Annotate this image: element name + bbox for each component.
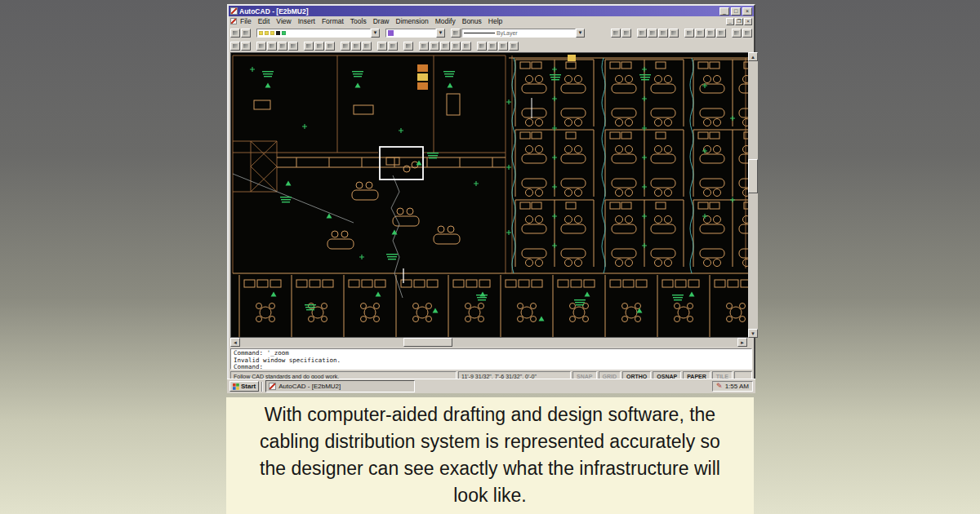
color-swatch (388, 30, 394, 36)
toolbar-button[interactable] (706, 29, 715, 38)
linetype-label: ByLayer (497, 30, 518, 36)
close-icon[interactable]: × (742, 7, 752, 16)
vertical-scroll-thumb[interactable] (748, 159, 758, 193)
toolbar-button[interactable] (325, 42, 335, 51)
toolbar-button[interactable] (341, 42, 350, 51)
toolbar-button[interactable] (742, 29, 752, 38)
scroll-up-icon[interactable]: ▲ (748, 52, 758, 61)
toolbar-button[interactable] (278, 42, 287, 51)
toolbar-button[interactable] (430, 42, 439, 51)
toolbar-button[interactable] (403, 42, 413, 51)
autocad-app-icon (230, 7, 238, 15)
layers-icon[interactable] (241, 29, 251, 38)
scroll-left-icon[interactable]: ◄ (230, 338, 240, 347)
title-bar: AutoCAD - [E2bMU2] _ □ × (229, 6, 754, 16)
toolbar-button[interactable] (611, 29, 621, 38)
toolbar-button[interactable] (351, 42, 361, 51)
toolbar-button[interactable] (388, 42, 398, 51)
toolbar-button[interactable] (716, 29, 726, 38)
layer-state-dot (270, 31, 274, 35)
toolbar-button[interactable] (498, 42, 508, 51)
toolbar-button[interactable] (695, 29, 705, 38)
toolbar-button[interactable] (658, 29, 668, 38)
toolbar-button[interactable] (637, 29, 647, 38)
caption-line: With computer-aided drafting and design … (226, 401, 754, 428)
autocad-screenshot: AutoCAD - [E2bMU2] _ □ × FileEditViewIns… (227, 4, 755, 384)
command-line-text: Invalid window specification. (234, 357, 749, 365)
toolbar-button[interactable] (288, 42, 298, 51)
toolbar-button[interactable] (377, 42, 387, 51)
vertical-scrollbar[interactable]: ▲ ▼ (748, 52, 758, 338)
menu-item[interactable]: Draw (370, 17, 393, 25)
windows-taskbar: Start AutoCAD - [E2bMU2] ✎ 1:55 AM (227, 379, 755, 393)
command-line-window[interactable]: Command: '_zoomInvalid window specificat… (230, 348, 752, 370)
horizontal-scroll-thumb[interactable] (403, 338, 452, 347)
toolbar-button[interactable] (362, 42, 372, 51)
drawing-canvas[interactable] (230, 52, 748, 338)
toolbar-button[interactable] (267, 42, 277, 51)
layer-dropdown[interactable]: ▼ (256, 29, 380, 38)
scroll-down-icon[interactable]: ▼ (748, 329, 758, 338)
standard-toolbar-buttons (611, 29, 752, 38)
taskbar-divider (261, 382, 263, 392)
document-icon (230, 18, 237, 24)
toolbar-button[interactable] (477, 42, 487, 51)
menu-item[interactable]: Help (485, 17, 506, 25)
menu-item[interactable]: Bonus (459, 17, 485, 25)
child-restore-icon[interactable]: ❐ (735, 18, 743, 25)
autocad-window: AutoCAD - [E2bMU2] _ □ × FileEditViewIns… (227, 4, 755, 384)
object-properties-toolbar: ▼ ▼ ByLayer ▼ (229, 26, 754, 39)
layer-state-dots (256, 29, 371, 38)
menu-item[interactable]: View (273, 17, 294, 25)
toolbar-button[interactable] (314, 42, 324, 51)
minimize-icon[interactable]: _ (719, 7, 729, 16)
toolbar-button[interactable] (419, 42, 429, 51)
menu-item[interactable]: Tools (347, 17, 370, 25)
layer-state-dot (276, 31, 280, 35)
start-button[interactable]: Start (229, 381, 259, 392)
caption-line: look like. (226, 482, 754, 509)
toolbar-button[interactable] (732, 29, 742, 38)
toolbar-button[interactable] (669, 29, 679, 38)
linetype-dropdown[interactable]: ByLayer ▼ (461, 29, 585, 38)
toolbar-button[interactable] (461, 42, 471, 51)
menu-item[interactable]: Modify (432, 17, 459, 25)
toolbar-button[interactable] (648, 29, 657, 38)
menu-bar: FileEditViewInsertFormatToolsDrawDimensi… (229, 16, 754, 26)
linetype-icon[interactable] (451, 29, 461, 38)
toolbar-button[interactable] (509, 42, 519, 51)
toolbar-button[interactable] (440, 42, 450, 51)
child-close-icon[interactable]: × (744, 18, 752, 25)
toolbar-button[interactable] (304, 42, 314, 51)
caption-line: cabling distribution system is represent… (226, 428, 754, 455)
menu-item[interactable]: Dimension (393, 17, 432, 25)
chevron-down-icon[interactable]: ▼ (576, 29, 585, 38)
system-tray: ✎ 1:55 AM (712, 381, 753, 392)
chevron-down-icon[interactable]: ▼ (436, 29, 445, 38)
toolbar-button[interactable] (488, 42, 497, 51)
toolbar-button[interactable] (241, 42, 251, 51)
windows-logo-icon (233, 383, 239, 390)
maximize-icon[interactable]: □ (731, 7, 741, 16)
toolbar-button[interactable] (230, 42, 240, 51)
horizontal-scrollbar[interactable]: ◄ ► (230, 338, 747, 347)
menu-item[interactable]: Format (318, 17, 347, 25)
toolbar-button[interactable] (451, 42, 461, 51)
caption-panel: With computer-aided drafting and design … (226, 397, 754, 514)
taskbar-app-button[interactable]: AutoCAD - [E2bMU2] (265, 380, 415, 392)
color-dropdown[interactable]: ▼ (385, 29, 445, 38)
scroll-right-icon[interactable]: ► (737, 338, 747, 347)
taskbar-app-label: AutoCAD - [E2bMU2] (278, 383, 341, 390)
toolbar-button[interactable] (256, 42, 266, 51)
child-minimize-icon[interactable]: _ (726, 18, 734, 25)
menu-items: FileEditViewInsertFormatToolsDrawDimensi… (237, 17, 506, 25)
toolbar-button[interactable] (621, 29, 631, 38)
menu-item[interactable]: Edit (255, 17, 274, 25)
autocad-app-icon (269, 383, 276, 390)
toolbar-button[interactable] (684, 29, 694, 38)
clock: 1:55 AM (725, 383, 749, 390)
menu-item[interactable]: Insert (295, 17, 318, 25)
toolbar-button[interactable] (230, 29, 240, 38)
chevron-down-icon[interactable]: ▼ (371, 29, 380, 38)
menu-item[interactable]: File (237, 17, 255, 25)
